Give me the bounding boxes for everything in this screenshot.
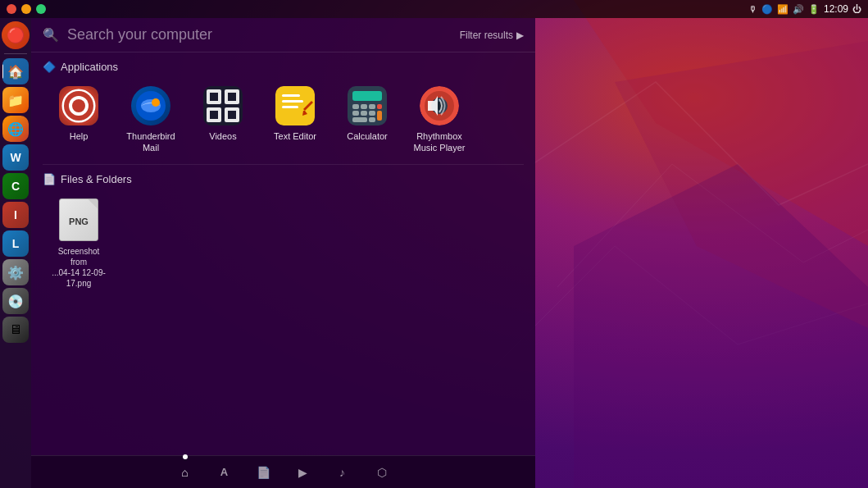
files-section-title: Files & Folders [61, 173, 132, 185]
files-section: 📄 Files & Folders PNG Screenshot from...… [31, 165, 535, 299]
app-item-videos[interactable]: Videos [190, 81, 256, 159]
dash-overlay: 🔍 Filter results ▶ 🔷 Applications [31, 18, 535, 488]
svg-rect-20 [282, 94, 300, 97]
app-name-videos: Videos [209, 130, 236, 142]
filter-bar: ⌂ A 📄 ▶ ♪ ⬡ [31, 455, 535, 488]
launcher-item-libreoffice[interactable]: L [2, 230, 29, 257]
app-item-rhythmbox[interactable]: Rhythmbox Music Player [407, 81, 472, 159]
file-name-screenshot: Screenshot from...04-14 12-09-17.png [49, 246, 108, 289]
svg-rect-24 [352, 91, 382, 101]
filter-btn-all[interactable]: ⌂ [174, 461, 197, 484]
svg-rect-22 [282, 106, 298, 108]
launcher-item-impress[interactable]: I [2, 202, 29, 228]
filter-btn-documents[interactable]: 📄 [252, 461, 275, 484]
app-icon-help [59, 86, 98, 125]
filter-btn-applications[interactable]: A [213, 461, 236, 484]
filter-results-label: Filter results [460, 30, 513, 41]
svg-rect-21 [282, 100, 303, 103]
network-icon[interactable]: 📶 [777, 4, 788, 15]
svg-point-9 [152, 98, 160, 107]
svg-rect-18 [228, 111, 236, 119]
applications-section-title: Applications [61, 61, 118, 73]
launcher-item-ubuntu[interactable]: 🔴 [2, 21, 30, 49]
top-panel: 🎙 🔵 📶 🔊 🔋 12:09 ⏻ [0, 0, 868, 18]
launcher-item-firefox[interactable]: 🌐 [2, 116, 29, 142]
applications-grid: Help Thunderbird Mail [43, 81, 524, 159]
app-icon-texteditor [275, 86, 315, 125]
launcher-item-disk2[interactable]: 🖥 [2, 317, 29, 343]
launcher-item-writer[interactable]: W [2, 144, 29, 171]
applications-section-icon: 🔷 [43, 61, 56, 73]
svg-rect-33 [352, 117, 367, 122]
files-grid: PNG Screenshot from...04-14 12-09-17.png [43, 194, 524, 294]
svg-rect-15 [210, 93, 218, 101]
svg-point-6 [72, 99, 85, 112]
file-icon-png: PNG [59, 198, 98, 241]
speaker-icon[interactable]: 🔊 [793, 4, 804, 15]
svg-rect-30 [361, 111, 367, 116]
svg-rect-31 [369, 111, 375, 116]
files-section-header: 📄 Files & Folders [43, 173, 524, 185]
app-icon-calculator [348, 86, 387, 125]
clock[interactable]: 12:09 [824, 3, 848, 15]
svg-rect-27 [369, 104, 375, 109]
mic-icon[interactable]: 🎙 [748, 4, 757, 14]
launcher-item-disk[interactable]: 💿 [2, 288, 29, 314]
window-controls [7, 4, 46, 14]
app-name-thunderbird: Thunderbird Mail [121, 130, 180, 154]
system-indicators: 🎙 🔵 📶 🔊 🔋 12:09 ⏻ [748, 3, 861, 15]
search-input[interactable] [67, 26, 452, 43]
svg-rect-28 [377, 104, 382, 109]
svg-rect-26 [361, 104, 367, 109]
filter-btn-photos[interactable]: ⬡ [370, 461, 393, 484]
app-name-texteditor: Text Editor [274, 130, 316, 142]
svg-rect-34 [369, 117, 375, 122]
svg-rect-17 [210, 111, 218, 119]
filter-btn-music[interactable]: ♪ [331, 461, 354, 484]
app-item-texteditor[interactable]: Text Editor [262, 81, 328, 159]
power-icon[interactable]: ⏻ [852, 4, 861, 14]
filter-btn-media[interactable]: ▶ [292, 461, 315, 484]
bluetooth-icon[interactable]: 🔵 [761, 4, 773, 15]
chevron-right-icon: ▶ [516, 30, 524, 41]
app-item-thunderbird[interactable]: Thunderbird Mail [118, 81, 184, 159]
minimize-button[interactable] [21, 4, 31, 14]
file-item-screenshot[interactable]: PNG Screenshot from...04-14 12-09-17.png [46, 194, 111, 294]
unity-launcher: 🔴 🏠 📁 🌐 W C I L ⚙️ 💿 🖥 [0, 18, 31, 488]
app-icon-rhythmbox [420, 86, 459, 125]
launcher-item-calc[interactable]: C [2, 173, 29, 199]
app-name-help: Help [70, 130, 89, 142]
applications-section: 🔷 Applications Help [31, 52, 535, 164]
app-name-calculator: Calculator [347, 130, 388, 142]
search-icon: 🔍 [43, 27, 59, 43]
launcher-item-files[interactable]: 📁 [2, 87, 29, 113]
filter-results-button[interactable]: Filter results ▶ [460, 30, 524, 41]
svg-rect-32 [377, 111, 382, 121]
maximize-button[interactable] [36, 4, 46, 14]
launcher-item-settings[interactable]: ⚙️ [2, 259, 29, 285]
app-item-calculator[interactable]: Calculator [334, 81, 400, 159]
app-icon-thunderbird [131, 86, 170, 125]
svg-rect-25 [352, 104, 359, 109]
launcher-divider [4, 53, 27, 54]
applications-section-header: 🔷 Applications [43, 61, 524, 73]
close-button[interactable] [7, 4, 16, 14]
svg-rect-16 [228, 93, 236, 101]
battery-icon[interactable]: 🔋 [808, 4, 820, 15]
search-bar: 🔍 Filter results ▶ [31, 18, 535, 52]
app-name-rhythmbox: Rhythmbox Music Player [410, 130, 469, 154]
files-section-icon: 📄 [43, 173, 56, 185]
launcher-item-home[interactable]: 🏠 [2, 58, 29, 84]
svg-rect-29 [352, 111, 359, 116]
app-item-help[interactable]: Help [46, 81, 111, 159]
app-icon-videos [203, 86, 243, 125]
